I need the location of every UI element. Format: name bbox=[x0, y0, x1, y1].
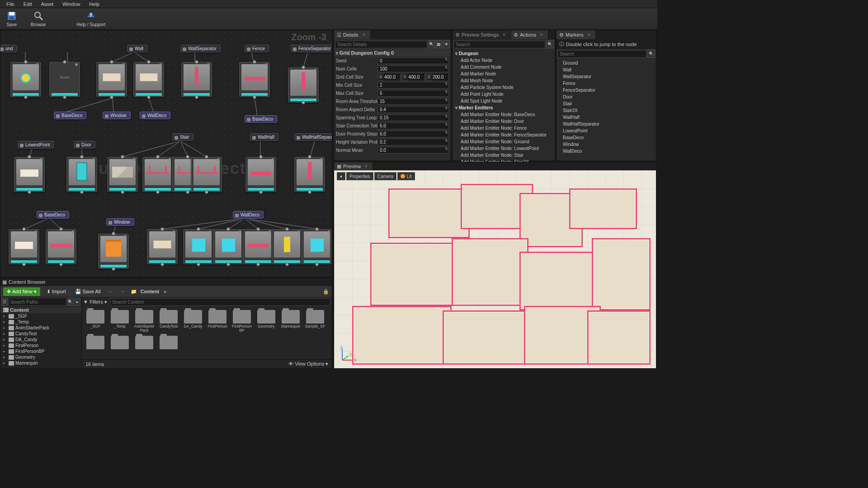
menu-edit[interactable]: Edit bbox=[19, 0, 37, 8]
property-input[interactable] bbox=[377, 131, 449, 137]
action-item[interactable]: Add Mesh Node bbox=[453, 77, 555, 84]
close-icon[interactable]: ✕ bbox=[502, 33, 506, 37]
action-group[interactable]: ▿ Dungeon bbox=[453, 50, 555, 57]
actions-search[interactable] bbox=[453, 41, 545, 48]
action-item[interactable]: Add Actor Node bbox=[453, 57, 555, 64]
close-icon[interactable]: ✕ bbox=[540, 33, 543, 37]
graph-thumb[interactable] bbox=[181, 62, 212, 97]
tab-preview[interactable]: ▦Preview✕ bbox=[334, 162, 373, 170]
close-icon[interactable]: ✕ bbox=[362, 33, 366, 37]
marker-item[interactable]: WallHalfSeparator bbox=[557, 121, 656, 127]
graph-thumb[interactable] bbox=[133, 62, 164, 97]
action-item[interactable]: Add Particle System Node bbox=[453, 84, 555, 91]
tree-item[interactable]: AnimStarterPack bbox=[0, 325, 81, 331]
marker-item[interactable]: BaseDeco bbox=[557, 134, 656, 141]
node-label-basedeco[interactable]: BaseDeco bbox=[37, 211, 69, 219]
tab-actions[interactable]: ⚙Actions✕ bbox=[511, 30, 548, 39]
node-label-walldeco[interactable]: WallDeco bbox=[140, 112, 170, 119]
save-all-button[interactable]: 💾 Save All bbox=[72, 287, 104, 296]
import-button[interactable]: ⬇ Import bbox=[44, 287, 69, 296]
marker-item[interactable]: Door bbox=[557, 94, 656, 100]
folder-thumb[interactable]: Sample_SF bbox=[304, 310, 326, 333]
prop-z-input[interactable] bbox=[432, 74, 448, 80]
add-new-button[interactable]: ✚ Add New ▾ bbox=[3, 287, 40, 296]
property-input[interactable] bbox=[377, 57, 449, 64]
section-header[interactable]: ▿ Grid Dungeon Config 0 bbox=[334, 49, 451, 56]
graph-thumb[interactable] bbox=[272, 229, 302, 264]
lock-icon[interactable]: 🔒 bbox=[323, 289, 329, 295]
graph-thumb[interactable] bbox=[302, 229, 332, 264]
menu-help[interactable]: Help bbox=[85, 0, 104, 8]
details-search[interactable] bbox=[335, 41, 427, 48]
browse-button[interactable]: Browse bbox=[28, 9, 48, 28]
node-label-wallhalfseparat[interactable]: WallHalfSeparat bbox=[294, 133, 332, 141]
menu-file[interactable]: File bbox=[2, 0, 19, 8]
lit-button[interactable]: Lit bbox=[397, 172, 415, 180]
node-graph[interactable]: Zoom -3 Dungeon Architect undWallWallSep… bbox=[0, 30, 332, 277]
search-icon[interactable]: 🔍 bbox=[428, 40, 435, 48]
action-group[interactable]: ▿ Marker Emitters bbox=[453, 104, 555, 111]
graph-thumb[interactable] bbox=[243, 229, 274, 264]
filters-button[interactable]: ▼ Filters ▾ bbox=[83, 299, 107, 305]
node-label-door[interactable]: Door bbox=[74, 141, 95, 149]
graph-thumb[interactable] bbox=[294, 157, 325, 192]
node-label-basedeco[interactable]: BaseDeco bbox=[54, 112, 86, 119]
node-label-stair[interactable]: Stair bbox=[172, 133, 193, 141]
property-input[interactable] bbox=[377, 98, 449, 105]
folder-thumb[interactable]: AnimStarterPack bbox=[133, 310, 155, 333]
folder-thumb[interactable]: Geometry bbox=[255, 310, 277, 333]
graph-thumb[interactable] bbox=[288, 67, 319, 103]
graph-thumb[interactable] bbox=[239, 62, 270, 97]
search-icon[interactable]: 🔍 bbox=[67, 298, 74, 306]
marker-item[interactable]: Ground bbox=[557, 60, 656, 66]
search-icon[interactable]: 🔍 bbox=[647, 50, 655, 58]
node-label-window[interactable]: Window bbox=[103, 112, 131, 119]
graph-thumb[interactable] bbox=[107, 157, 138, 192]
marker-item[interactable]: Fence bbox=[557, 80, 656, 87]
tree-item[interactable]: FirstPersonBP bbox=[0, 348, 81, 354]
eye-icon[interactable]: 👁 bbox=[443, 40, 450, 48]
properties-button[interactable]: Properties bbox=[346, 172, 373, 180]
folder-thumb[interactable]: FirstPersonBP bbox=[231, 310, 253, 333]
property-input[interactable] bbox=[377, 106, 449, 113]
node-label-wall[interactable]: Wall bbox=[127, 45, 147, 52]
matrix-icon[interactable]: ▦ bbox=[436, 40, 443, 48]
node-label-walldeco[interactable]: WallDeco bbox=[233, 211, 264, 219]
action-item[interactable]: Add Comment Node bbox=[453, 64, 555, 70]
folder-thumb[interactable] bbox=[133, 336, 155, 350]
node-label-window[interactable]: Window bbox=[106, 218, 134, 226]
folder-thumb[interactable]: DA_Candy bbox=[182, 310, 204, 333]
tree-item[interactable]: FirstPerson bbox=[0, 343, 81, 348]
save-button[interactable]: Save bbox=[4, 9, 20, 28]
marker-item[interactable]: WallDeco bbox=[557, 148, 656, 155]
menu-asset[interactable]: Asset bbox=[37, 0, 58, 8]
tree-toggle-button[interactable]: ☰ bbox=[1, 298, 8, 306]
marker-item[interactable]: FenceSeparator bbox=[557, 87, 656, 94]
close-icon[interactable]: ✕ bbox=[587, 33, 591, 37]
folder-thumb[interactable]: _SGF bbox=[85, 310, 106, 333]
graph-thumb[interactable] bbox=[191, 157, 222, 192]
node-label-fenceseparator[interactable]: FenceSeparator bbox=[291, 45, 332, 52]
graph-thumb[interactable] bbox=[245, 157, 276, 192]
node-label-wallseparator[interactable]: WallSeparator bbox=[180, 45, 221, 52]
folder-thumb[interactable]: _Temp bbox=[109, 310, 131, 333]
prop-x-input[interactable] bbox=[383, 74, 400, 80]
marker-item[interactable]: Stair bbox=[557, 100, 656, 107]
graph-thumb[interactable] bbox=[46, 229, 76, 264]
action-item[interactable]: Add Marker Node bbox=[453, 70, 555, 77]
markers-search[interactable] bbox=[557, 50, 646, 58]
action-item[interactable]: Add Marker Emitter Node: LowestPoint bbox=[453, 145, 555, 152]
action-item[interactable]: Add Marker Emitter Node: FenceSeparator bbox=[453, 131, 555, 138]
tab-preview-settings[interactable]: ⚙Preview Settings✕ bbox=[453, 30, 511, 39]
action-item[interactable]: Add Point Light Node bbox=[453, 91, 555, 98]
node-label-basedeco[interactable]: BaseDeco bbox=[245, 115, 277, 123]
tree-item[interactable]: _SGF bbox=[0, 313, 81, 319]
tree-item[interactable]: Geometry bbox=[0, 354, 81, 360]
graph-thumb[interactable] bbox=[10, 62, 41, 97]
graph-thumb[interactable] bbox=[96, 62, 127, 97]
content-search[interactable] bbox=[110, 298, 330, 306]
folder-thumb[interactable] bbox=[158, 336, 179, 350]
action-item[interactable]: Add Marker Emitter Node: Fence bbox=[453, 125, 555, 131]
action-item[interactable]: Add Marker Emitter Node: Ground bbox=[453, 138, 555, 145]
property-input[interactable] bbox=[377, 114, 449, 121]
